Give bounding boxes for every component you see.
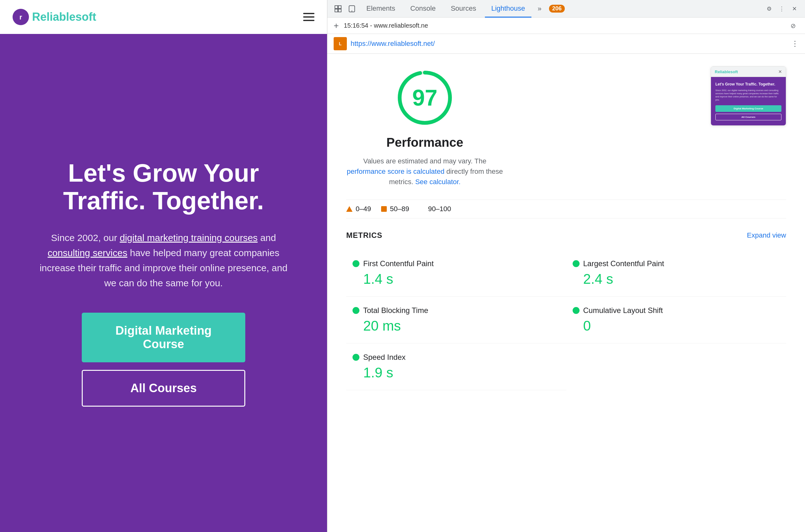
settings-icon[interactable]: ⚙ [764, 3, 775, 15]
logo-container: r Reliablesoft [13, 9, 96, 25]
metrics-header: METRICS Expand view [346, 231, 786, 240]
svg-rect-3 [339, 6, 341, 8]
devtools-secondbar: + 15:16:54 - www.reliablesoft.ne ⊘ [327, 18, 805, 34]
performance-score-link[interactable]: performance score is calculated [347, 168, 445, 175]
all-courses-button[interactable]: All Courses [82, 370, 245, 406]
preview-logo: Reliablesoft [715, 70, 738, 74]
score-circle: 97 [394, 66, 456, 129]
fcp-value: 1.4 s [352, 271, 560, 287]
cls-label: Cumulative Layout Shift [583, 306, 663, 315]
see-calculator-link[interactable]: See calculator. [415, 178, 460, 186]
devtools-badge: 206 [549, 5, 565, 13]
svg-text:r: r [19, 13, 22, 21]
timestamp: 15:16:54 - www.reliablesoft.ne [344, 22, 428, 29]
metric-tbt: Total Blocking Time 20 ms [346, 297, 566, 343]
legend-circle-icon [419, 206, 425, 212]
svg-rect-5 [339, 9, 341, 12]
tbt-value: 20 ms [352, 318, 560, 334]
preview-close-icon: ✕ [778, 69, 782, 74]
more-vert-icon[interactable]: ⋮ [776, 3, 787, 15]
score-number: 97 [412, 85, 437, 111]
logo-text: Reliablesoft [32, 11, 96, 23]
si-status-dot [352, 354, 360, 361]
tab-elements[interactable]: Elements [360, 0, 402, 18]
score-label: Performance [386, 135, 463, 150]
preview-body: Let's Grow Your Traffic. Together. Since… [711, 77, 786, 126]
legend-item-good: 90–100 [419, 205, 451, 213]
fcp-status-dot [352, 260, 360, 267]
tab-lighthouse[interactable]: Lighthouse [485, 0, 531, 18]
svg-point-7 [351, 11, 352, 11]
tbt-status-dot [352, 307, 360, 314]
score-legend: 0–49 50–89 90–100 [346, 200, 786, 218]
lighthouse-badge-icon: L [334, 37, 347, 50]
tab-more[interactable]: » [534, 0, 545, 18]
legend-item-average: 50–89 [381, 205, 409, 213]
metrics-grid: First Contentful Paint 1.4 s Largest Con… [346, 250, 786, 390]
digital-marketing-course-button[interactable]: Digital Marketing Course [82, 313, 245, 362]
tab-console[interactable]: Console [404, 0, 442, 18]
lighthouse-url[interactable]: https://www.reliablesoft.net/ [351, 40, 787, 48]
hero-link-courses[interactable]: digital marketing training courses [120, 232, 258, 243]
lighthouse-content: 97 Performance Values are estimated and … [327, 54, 805, 532]
device-icon[interactable] [346, 3, 358, 15]
score-main: 97 Performance Values are estimated and … [346, 66, 504, 187]
website-preview-thumbnail: Reliablesoft ✕ Let's Grow Your Traffic. … [711, 66, 786, 126]
svg-rect-4 [335, 9, 338, 12]
preview-header: Reliablesoft ✕ [711, 66, 786, 77]
devtools-topbar: Elements Console Sources Lighthouse » 20… [327, 0, 805, 18]
metrics-title: METRICS [346, 231, 382, 240]
preview-text: Since 2002, our digital marketing traini… [715, 89, 782, 101]
svg-rect-2 [335, 6, 338, 8]
inspect-icon[interactable] [332, 3, 344, 15]
preview-btn-primary: Digital Marketing Course [715, 105, 782, 112]
metric-fcp: First Contentful Paint 1.4 s [346, 250, 566, 297]
lcp-value: 2.4 s [573, 271, 780, 287]
preview-btn-secondary: All Courses [715, 114, 782, 120]
hamburger-icon[interactable] [303, 13, 314, 21]
hero-headline: Let's Grow Your Traffic. Together. [25, 159, 302, 215]
close-icon[interactable]: ✕ [789, 3, 800, 15]
devtools-settings-group: ⚙ ⋮ ✕ [764, 3, 800, 15]
lcp-status-dot [573, 260, 580, 267]
clear-button[interactable]: ⊘ [787, 20, 799, 32]
svg-text:L: L [339, 41, 342, 46]
tbt-label: Total Blocking Time [363, 306, 428, 315]
devtools-panel: Elements Console Sources Lighthouse » 20… [327, 0, 805, 532]
legend-item-fail: 0–49 [346, 205, 371, 213]
si-label: Speed Index [363, 353, 406, 362]
logo-icon: r [13, 9, 29, 25]
website-header: r Reliablesoft [0, 0, 327, 34]
metric-lcp: Largest Contentful Paint 2.4 s [566, 250, 786, 297]
cls-status-dot [573, 307, 580, 314]
legend-triangle-icon [346, 206, 352, 212]
cls-value: 0 [573, 318, 780, 334]
legend-square-icon [381, 206, 387, 212]
website-hero: Let's Grow Your Traffic. Together. Since… [0, 34, 327, 532]
lcp-label: Largest Contentful Paint [583, 259, 664, 268]
tab-sources[interactable]: Sources [444, 0, 482, 18]
fcp-label: First Contentful Paint [363, 259, 434, 268]
hero-description: Since 2002, our digital marketing traini… [35, 230, 292, 291]
metric-cls: Cumulative Layout Shift 0 [566, 297, 786, 343]
metric-si: Speed Index 1.9 s [346, 343, 566, 390]
score-description: Values are estimated and may vary. The p… [346, 156, 504, 187]
website-panel: r Reliablesoft Let's Grow Your Traffic. … [0, 0, 327, 532]
url-more-button[interactable]: ⋮ [791, 39, 799, 48]
add-button[interactable]: + [334, 21, 339, 31]
hero-link-consulting[interactable]: consulting services [48, 248, 127, 258]
score-section: 97 Performance Values are estimated and … [346, 66, 786, 187]
expand-view-button[interactable]: Expand view [747, 231, 786, 240]
si-value: 1.9 s [352, 365, 560, 381]
preview-headline: Let's Grow Your Traffic. Together. [715, 82, 782, 87]
devtools-thirdbar: L https://www.reliablesoft.net/ ⋮ [327, 34, 805, 54]
